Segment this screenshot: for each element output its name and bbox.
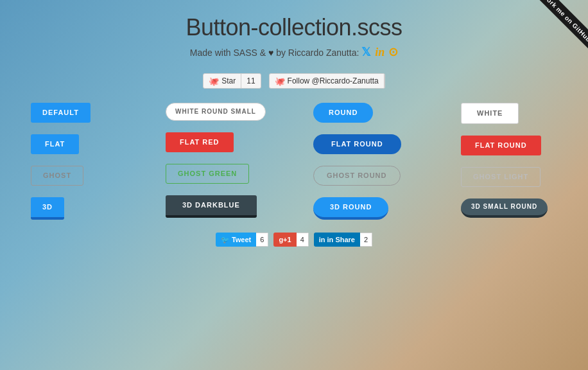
fork-ribbon[interactable]: Fork me on GitHub [524,0,588,64]
ghost-button[interactable]: GHOST [31,166,83,186]
octocat-icon: 🐙 [209,76,219,86]
heart-icon: ♥ [268,48,273,58]
ghost-green-button[interactable]: GHOST GREEN [166,164,249,184]
fork-ribbon-text: Fork me on GitHub [535,0,588,50]
subtitle-text: Made with SASS & [190,48,268,58]
linkedin-share-button[interactable]: in in Share 2 [314,233,372,247]
button-column-1: DEFAULT FLAT GHOST 3D [24,103,153,220]
round-button[interactable]: ROUND [313,103,373,123]
social-links: 𝕏 in ⊙ [361,45,398,59]
page-title: Button-collection.scss [186,14,402,41]
share-bar: 🐦 Tweet 6 g+1 4 in in Share 2 [216,233,372,247]
star-label: 🐙 Star [203,74,241,88]
white-round-small-button[interactable]: WHITE ROUND SMALL [166,103,266,121]
button-column-3: ROUND FLAT ROUND GHOST ROUND 3D ROUND [300,103,448,220]
follow-label: 🐙 Follow @Riccardo-Zanutta [270,74,385,88]
gplus-label: g+1 [273,233,296,247]
3d-small-round-button[interactable]: 3D SMALL ROUND [461,198,548,218]
button-column-4: WHITE FLAT ROUND GHOST LIGHT 3D SMALL RO… [448,103,588,220]
twitter-bird-icon: 🐦 [221,236,230,244]
white-button[interactable]: WHITE [461,103,519,124]
ghost-round-button[interactable]: GHOST ROUND [313,166,401,186]
default-button[interactable]: DEFAULT [31,103,91,123]
tweet-count: 6 [256,233,268,247]
star-count: 11 [241,76,260,85]
gplus-button[interactable]: g+1 4 [273,233,308,247]
tweet-button[interactable]: 🐦 Tweet 6 [216,233,268,247]
linkedin-share-icon: in [319,236,325,243]
button-grid: DEFAULT FLAT GHOST 3D WHITE ROUND SMALL … [12,103,576,220]
subtitle-author: by Riccardo Zanutta: [276,48,359,58]
twitter-icon[interactable]: 𝕏 [361,45,371,59]
flat-button[interactable]: FLAT [31,134,79,154]
3d-round-button[interactable]: 3D ROUND [313,197,388,220]
linkedin-share-count: 2 [360,233,372,247]
subtitle: Made with SASS & ♥ by Riccardo Zanutta: … [186,45,402,59]
3d-darkblue-button[interactable]: 3D DARKBLUE [166,195,257,218]
flat-round-red-button[interactable]: FLAT ROUND [461,136,541,155]
linkedin-icon[interactable]: in [375,46,385,59]
github-icon[interactable]: ⊙ [388,45,398,59]
flat-red-button[interactable]: FLAT RED [166,132,234,152]
page-header: Button-collection.scss Made with SASS & … [186,14,402,67]
github-badges: 🐙 Star 11 🐙 Follow @Riccardo-Zanutta [203,73,385,89]
star-badge[interactable]: 🐙 Star 11 [203,73,261,89]
ghost-light-button[interactable]: GHOST LIGHT [461,167,540,187]
tweet-label: 🐦 Tweet [216,233,256,247]
follow-badge[interactable]: 🐙 Follow @Riccardo-Zanutta [269,73,385,89]
3d-button[interactable]: 3D [31,197,64,220]
octocat-icon-2: 🐙 [275,76,285,86]
flat-round-blue-button[interactable]: FLAT ROUND [313,134,401,154]
button-column-2: WHITE ROUND SMALL FLAT RED GHOST GREEN 3… [153,103,300,220]
linkedin-share-label: in in Share [314,233,360,247]
gplus-count: 4 [297,233,309,247]
